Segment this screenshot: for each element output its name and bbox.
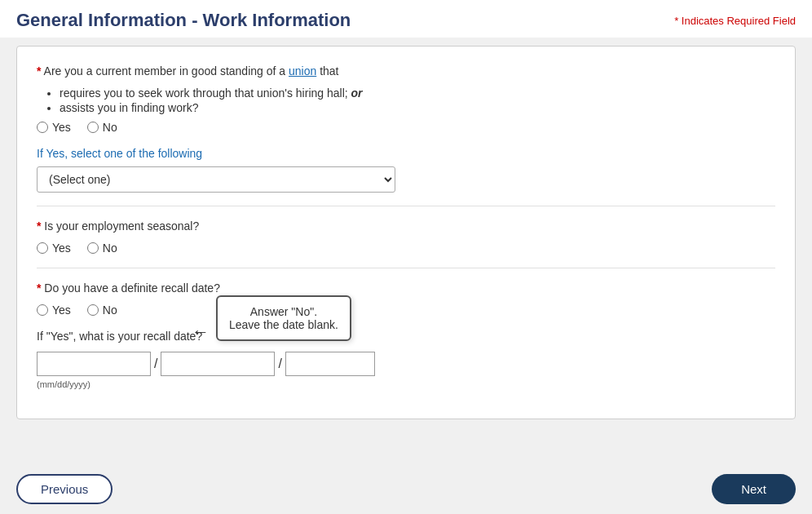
recall-yes-option[interactable]: Yes (37, 304, 71, 317)
recall-label: Do you have a definite recall date? (44, 281, 220, 295)
required-indicator: * Indicates Required Field (674, 15, 796, 27)
if-yes-block: If Yes, select one of the following (Sel… (37, 147, 775, 193)
date-sep-1: / (151, 357, 161, 371)
form-card: * Are you a current member in good stand… (16, 46, 796, 419)
if-yes-label: If Yes, select one of the following (37, 147, 775, 160)
union-yes-label: Yes (52, 121, 71, 134)
recall-date-label: If "Yes", what is your recall date? (37, 328, 775, 345)
union-bullet-list: requires you to seek work through that u… (60, 86, 775, 114)
recall-required-star: * (37, 281, 41, 295)
union-bullet-2: assists you in finding work? (60, 101, 775, 114)
recall-question-label: * Do you have a definite recall date? (37, 280, 775, 297)
tooltip-box: Answer "No". Leave the date blank. (216, 295, 351, 341)
date-yyyy-input[interactable] (285, 352, 375, 376)
seasonal-yes-label: Yes (52, 241, 71, 255)
union-no-option[interactable]: No (87, 121, 117, 134)
union-question-block: * Are you a current member in good stand… (37, 63, 775, 134)
main-content: * Are you a current member in good stand… (0, 38, 812, 464)
divider-1 (37, 206, 775, 206)
date-mm-input[interactable] (37, 352, 151, 376)
recall-no-label: No (103, 304, 117, 317)
union-radio-group: Yes No (37, 121, 775, 134)
seasonal-required-star: * (37, 219, 41, 233)
recall-yes-radio[interactable] (37, 304, 48, 316)
union-type-dropdown[interactable]: (Select one) Union hiring hall Union ass… (37, 166, 395, 193)
next-button[interactable]: Next (712, 474, 796, 504)
seasonal-yes-option[interactable]: Yes (37, 241, 71, 255)
recall-no-option[interactable]: No (87, 304, 117, 317)
union-label-before-link: Are you a current member in good standin… (44, 64, 286, 78)
union-required-star: * (37, 64, 41, 78)
seasonal-no-label: No (103, 241, 117, 255)
seasonal-radio-group: Yes No (37, 241, 775, 255)
union-yes-radio[interactable] (37, 122, 48, 133)
date-fields: / / (37, 352, 775, 376)
page-header: General Information - Work Information *… (0, 0, 812, 38)
recall-date-block: If "Yes", what is your recall date? / / … (37, 328, 775, 389)
union-no-label: No (103, 121, 117, 134)
tooltip-line1: Answer "No". (229, 305, 338, 318)
seasonal-question-label: * Is your employment seasonal? (37, 218, 775, 235)
union-yes-option[interactable]: Yes (37, 121, 71, 134)
tooltip-arrow: ← (192, 321, 210, 343)
date-sep-2: / (275, 357, 285, 371)
union-question-label: * Are you a current member in good stand… (37, 63, 775, 80)
tooltip-line2: Leave the date blank. (229, 318, 338, 331)
seasonal-question-block: * Is your employment seasonal? Yes No (37, 218, 775, 255)
page-title: General Information - Work Information (16, 10, 351, 31)
seasonal-label: Is your employment seasonal? (44, 219, 199, 233)
seasonal-yes-radio[interactable] (37, 242, 48, 254)
recall-radio-group: Yes No ← Answer "No". Leave the date bla… (37, 304, 775, 317)
recall-no-radio[interactable] (87, 304, 99, 316)
divider-2 (37, 268, 775, 268)
date-format-hint: (mm/dd/yyyy) (37, 379, 775, 389)
or-text: or (351, 86, 363, 100)
date-dd-input[interactable] (161, 352, 275, 376)
recall-question-block: * Do you have a definite recall date? Ye… (37, 280, 775, 389)
seasonal-no-radio[interactable] (87, 242, 99, 254)
recall-yes-label: Yes (52, 304, 71, 317)
seasonal-no-option[interactable]: No (87, 241, 117, 255)
union-link[interactable]: union (289, 64, 316, 78)
union-label-after-link: that (320, 64, 338, 78)
union-bullet-1: requires you to seek work through that u… (60, 86, 775, 100)
previous-button[interactable]: Previous (16, 474, 113, 504)
union-no-radio[interactable] (87, 122, 99, 133)
footer: Previous Next (0, 464, 812, 514)
